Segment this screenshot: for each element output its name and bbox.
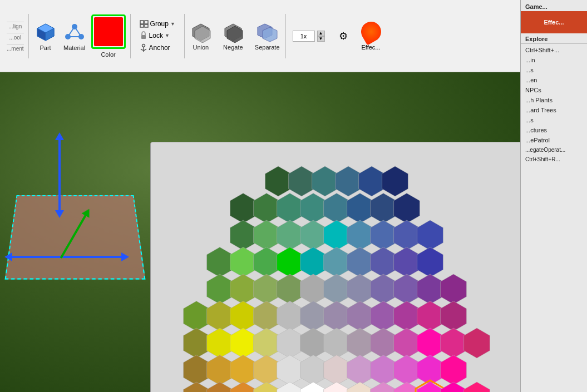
panel-item-shortcut[interactable]: Ctrl+Shift+R... (521, 155, 587, 164)
hex-cell[interactable] (371, 328, 397, 358)
hex-cell[interactable] (184, 355, 210, 385)
hex-cell[interactable] (441, 382, 467, 392)
hex-cell[interactable] (382, 166, 408, 196)
hex-cell[interactable] (230, 193, 256, 224)
hex-cell[interactable] (254, 382, 280, 392)
hex-cell[interactable] (207, 301, 233, 331)
hex-cell[interactable] (300, 355, 327, 385)
hex-cell[interactable] (207, 328, 233, 358)
lock-button[interactable]: Lock ▼ (137, 30, 172, 41)
hex-cell[interactable] (347, 355, 373, 385)
hex-cell[interactable] (207, 247, 233, 277)
speed-up-arrow[interactable]: ▲ (317, 31, 325, 36)
hex-cell[interactable] (324, 355, 350, 385)
hex-cell[interactable] (347, 382, 373, 392)
hex-cell[interactable] (371, 193, 397, 224)
hex-cell[interactable] (300, 301, 327, 331)
hex-cell[interactable] (347, 301, 373, 331)
hex-cell[interactable] (300, 274, 327, 304)
hex-cell[interactable] (207, 355, 233, 385)
hex-cell[interactable] (254, 274, 280, 304)
hex-cell[interactable] (417, 328, 443, 358)
hex-cell[interactable] (230, 328, 256, 358)
panel-item-in[interactable]: ...in (521, 55, 587, 65)
hex-cell[interactable] (254, 355, 280, 385)
hex-cell[interactable] (230, 382, 256, 392)
hex-cell[interactable] (371, 301, 397, 331)
hex-cell[interactable] (324, 220, 350, 250)
hex-cell[interactable] (371, 274, 397, 304)
hex-cell[interactable] (441, 274, 467, 304)
hex-cell[interactable] (324, 382, 350, 392)
vertical-arrow-handle[interactable] (58, 139, 61, 211)
hex-cell[interactable] (254, 193, 280, 224)
hex-cell[interactable] (230, 220, 256, 250)
hex-cell[interactable] (184, 328, 210, 358)
horizontal-arrow-handle[interactable] (11, 256, 122, 258)
hex-cell[interactable] (230, 247, 256, 277)
hex-cell[interactable] (300, 220, 327, 250)
panel-item-s2[interactable]: ...s (521, 115, 587, 125)
hex-cell[interactable] (207, 274, 233, 304)
hex-cell[interactable] (336, 166, 362, 196)
explore-section[interactable]: Explore (521, 33, 587, 44)
hex-cell[interactable] (394, 220, 420, 250)
color-button[interactable] (91, 14, 126, 49)
hex-cell[interactable] (394, 328, 420, 358)
panel-item-npcs[interactable]: NPCs (521, 85, 587, 95)
hex-cell[interactable] (300, 193, 327, 224)
hex-cell[interactable] (277, 274, 303, 304)
hex-cell[interactable] (441, 301, 467, 331)
hex-cell[interactable] (441, 328, 467, 358)
hex-cell[interactable] (254, 220, 280, 250)
panel-item-en[interactable]: ...en (521, 75, 587, 85)
panel-item-ctures[interactable]: ...ctures (521, 125, 587, 135)
hex-cell[interactable] (230, 355, 256, 385)
hex-cell[interactable] (417, 382, 443, 392)
hex-cell[interactable] (277, 355, 303, 385)
terrain-patch[interactable] (4, 195, 145, 280)
hex-cell[interactable] (441, 355, 467, 385)
hex-cell[interactable] (254, 247, 280, 277)
panel-item-0[interactable]: Ctrl+Shift+... (521, 45, 587, 55)
hex-cell[interactable] (417, 274, 443, 304)
hex-cell[interactable] (254, 301, 280, 331)
hex-cell[interactable] (417, 247, 443, 277)
hex-cell[interactable] (371, 220, 397, 250)
panel-item-negate[interactable]: ...egateOperat... (521, 145, 587, 155)
hex-cell[interactable] (464, 382, 490, 392)
speed-down-arrow[interactable]: ▼ (317, 36, 325, 42)
hex-cell[interactable] (277, 301, 303, 331)
hex-cell[interactable] (277, 193, 303, 224)
union-button[interactable]: Union (187, 19, 215, 53)
hex-cell[interactable] (265, 166, 292, 196)
hex-cell[interactable] (277, 382, 303, 392)
effects-button[interactable]: Effec... (357, 19, 385, 53)
hex-cell[interactable] (464, 328, 490, 358)
group-button[interactable]: Group ▼ (137, 19, 177, 29)
hex-cell[interactable] (300, 328, 327, 358)
gear-button[interactable]: ⚙ (329, 28, 357, 44)
hex-cell[interactable] (324, 328, 350, 358)
anchor-button[interactable]: Anchor (137, 42, 172, 53)
material-button[interactable]: Material (60, 19, 89, 53)
hex-cell[interactable] (371, 355, 397, 385)
hex-cell[interactable] (324, 274, 350, 304)
part-button[interactable]: Part (31, 19, 60, 53)
hex-cell[interactable] (184, 382, 210, 392)
hex-color-grid[interactable] (159, 153, 515, 392)
hex-cell[interactable] (417, 301, 443, 331)
hex-cell[interactable] (394, 301, 420, 331)
hex-cell[interactable] (277, 247, 303, 277)
hex-cell[interactable] (277, 220, 303, 250)
hex-cell[interactable] (324, 301, 350, 331)
panel-item-plants[interactable]: ...h Plants (521, 95, 587, 105)
hex-cell[interactable] (230, 301, 256, 331)
hex-cell[interactable] (347, 274, 373, 304)
speed-input[interactable]: 1x (293, 31, 315, 42)
color-picker-panel[interactable] (150, 142, 520, 392)
hex-cell[interactable] (394, 193, 420, 224)
panel-item-patrol[interactable]: ...ePatrol (521, 135, 587, 145)
hex-cell[interactable] (347, 328, 373, 358)
hex-cell[interactable] (394, 355, 420, 385)
